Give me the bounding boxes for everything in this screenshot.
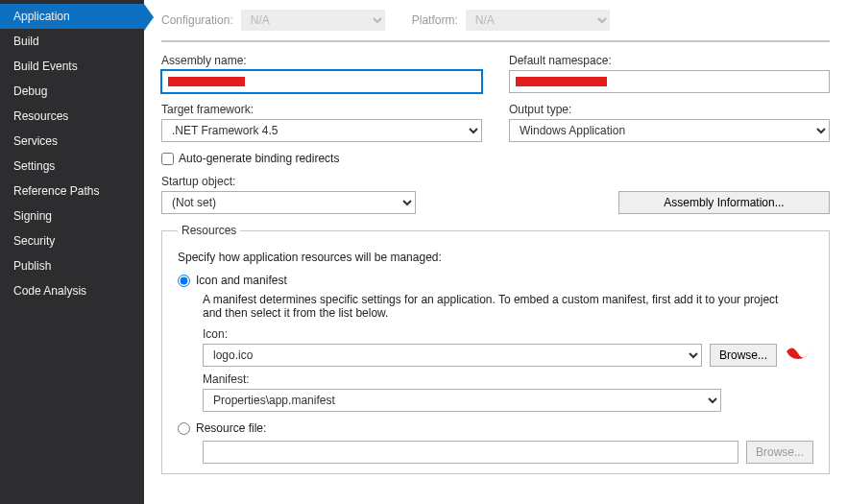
assembly-information-button[interactable]: Assembly Information... (618, 191, 830, 214)
resources-group: Resources Specify how application resour… (161, 224, 830, 474)
resource-file-input (203, 441, 738, 464)
icon-select[interactable]: logo.ico (203, 344, 702, 367)
icon-browse-button[interactable]: Browse... (710, 344, 777, 367)
output-type-select[interactable]: Windows Application (509, 119, 830, 142)
default-namespace-label: Default namespace: (509, 54, 830, 67)
sidebar-item-services[interactable]: Services (0, 129, 144, 154)
icon-and-manifest-radio[interactable] (178, 275, 190, 287)
application-tab-panel: Configuration: N/A Platform: N/A Assembl… (144, 0, 847, 504)
sidebar-item-build[interactable]: Build (0, 29, 144, 54)
resources-legend: Resources (178, 224, 240, 237)
assembly-name-label: Assembly name: (161, 54, 482, 67)
sidebar-item-settings[interactable]: Settings (0, 154, 144, 179)
target-framework-select[interactable]: .NET Framework 4.5 (161, 119, 482, 142)
platform-select: N/A (466, 10, 610, 31)
manifest-label: Manifest: (203, 372, 813, 386)
auto-generate-binding-label: Auto-generate binding redirects (179, 152, 339, 165)
startup-object-label: Startup object: (161, 175, 416, 188)
sidebar-item-publish[interactable]: Publish (0, 253, 144, 278)
manifest-select[interactable]: Properties\app.manifest (203, 389, 721, 412)
sidebar-item-signing[interactable]: Signing (0, 204, 144, 228)
project-properties-sidebar: Application Build Build Events Debug Res… (0, 0, 144, 504)
configuration-select: N/A (241, 10, 385, 31)
sidebar-item-debug[interactable]: Debug (0, 79, 144, 104)
resources-description: Specify how application resources will b… (178, 251, 813, 264)
resource-file-browse-button: Browse... (746, 441, 813, 464)
configuration-label: Configuration: (161, 13, 233, 27)
platform-label: Platform: (412, 13, 458, 27)
sidebar-item-build-events[interactable]: Build Events (0, 54, 144, 79)
icon-preview-icon (785, 346, 813, 365)
startup-object-select[interactable]: (Not set) (161, 191, 416, 214)
icon-and-manifest-label: Icon and manifest (196, 274, 287, 287)
sidebar-item-security[interactable]: Security (0, 228, 144, 253)
icon-label: Icon: (203, 327, 813, 341)
resource-file-radio[interactable] (178, 422, 190, 435)
sidebar-item-application[interactable]: Application (0, 4, 144, 29)
auto-generate-binding-checkbox[interactable] (161, 153, 174, 165)
sidebar-item-resources[interactable]: Resources (0, 104, 144, 129)
sidebar-item-reference-paths[interactable]: Reference Paths (0, 179, 144, 204)
output-type-label: Output type: (509, 103, 830, 116)
manifest-hint: A manifest determines specific settings … (203, 293, 788, 320)
resource-file-label: Resource file: (196, 421, 266, 435)
target-framework-label: Target framework: (161, 103, 482, 116)
assembly-name-input[interactable] (161, 70, 482, 93)
default-namespace-input[interactable] (509, 70, 830, 93)
sidebar-item-code-analysis[interactable]: Code Analysis (0, 278, 144, 303)
